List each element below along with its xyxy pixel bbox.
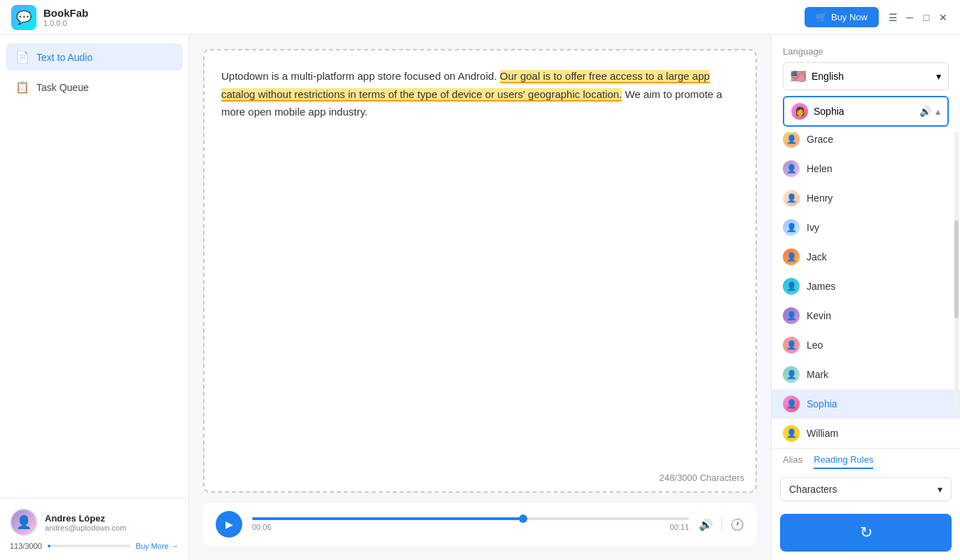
sidebar-item-text-to-audio[interactable]: 📄 Text to Audio <box>6 43 183 71</box>
total-time: 00:11 <box>669 523 689 531</box>
voice-option-william[interactable]: 👤William <box>772 419 960 448</box>
divider <box>721 517 722 531</box>
user-info: 👤 Andres López andres@uptodown.com <box>10 508 179 536</box>
characters-label: Characters <box>789 484 837 495</box>
voice-option-james[interactable]: 👤James <box>772 272 960 301</box>
speaker-icon[interactable]: 🔊 <box>919 106 931 117</box>
text-to-audio-icon: 📄 <box>15 50 29 64</box>
window-controls: ☰ ─ □ ✕ <box>887 12 949 23</box>
right-panel-tabs: Alias Reading Rules <box>772 448 960 472</box>
voice-option-leo[interactable]: 👤Leo <box>772 330 960 360</box>
voice-name-kevin: Kevin <box>807 310 831 321</box>
voice-avatar-mark: 👤 <box>783 366 800 383</box>
content-area: Uptodown is a multi-platform app store f… <box>189 35 771 560</box>
chevron-down-icon: ▾ <box>936 71 941 82</box>
voice-name-grace: Grace <box>807 134 833 145</box>
player-controls-right: 🔊 🕐 <box>699 517 744 531</box>
voice-option-helen[interactable]: 👤Helen <box>772 154 960 183</box>
scrollbar-thumb[interactable] <box>954 220 959 318</box>
voice-avatar-ivy: 👤 <box>783 219 800 236</box>
volume-icon[interactable]: 🔊 <box>699 518 713 531</box>
minimize-button[interactable]: ─ <box>904 12 915 23</box>
voice-dropdown[interactable]: 👤George👤Grace👤Helen👤Henry👤Ivy👤Jack👤James… <box>772 132 960 448</box>
selected-voice-avatar: 👩 <box>791 103 808 120</box>
lang-left: 🇺🇸 English <box>791 69 844 84</box>
title-bar-left: 💬 BookFab 1.0.0.0 <box>11 5 88 30</box>
convert-button[interactable]: ↻ <box>780 514 952 552</box>
characters-dropdown[interactable]: Characters ▾ <box>780 477 952 501</box>
sidebar-item-label-text-to-audio: Text to Audio <box>36 52 92 63</box>
language-select[interactable]: 🇺🇸 English ▾ <box>783 62 949 90</box>
voice-avatar-sophia: 👤 <box>783 396 800 412</box>
sidebar-bottom: 👤 Andres López andres@uptodown.com 113/3… <box>0 498 188 560</box>
user-details: Andres López andres@uptodown.com <box>45 513 179 532</box>
voice-option-sophia[interactable]: 👤Sophia <box>772 389 960 419</box>
voice-avatar-leo: 👤 <box>783 337 800 354</box>
menu-button[interactable]: ☰ <box>887 12 898 23</box>
char-count: 248/3000 Characters <box>660 472 744 483</box>
voice-option-kevin[interactable]: 👤Kevin <box>772 301 960 330</box>
voice-name-henry: Henry <box>807 192 833 204</box>
voice-avatar-jack: 👤 <box>783 248 800 265</box>
avatar: 👤 <box>10 508 38 536</box>
voice-name-james: James <box>807 281 835 292</box>
buy-now-button[interactable]: 🛒 Buy Now <box>805 7 879 27</box>
tab-reading-rules-label: Reading Rules <box>814 454 873 465</box>
buy-now-label: Buy Now <box>831 12 868 22</box>
voice-avatar-william: 👤 <box>783 425 800 442</box>
maximize-button[interactable]: □ <box>921 12 932 23</box>
play-button[interactable]: ▶ <box>216 511 242 538</box>
voice-name-helen: Helen <box>807 163 833 174</box>
title-bar-right: 🛒 Buy Now ☰ ─ □ ✕ <box>805 7 949 27</box>
cart-icon: 🛒 <box>816 12 827 22</box>
text-content: Uptodown is a multi-platform app store f… <box>221 67 739 121</box>
voice-option-ivy[interactable]: 👤Ivy <box>772 213 960 242</box>
voice-avatar-henry: 👤 <box>783 190 800 206</box>
tab-reading-rules[interactable]: Reading Rules <box>814 454 873 469</box>
highlighted-text: Our goal is to offer free access to a la… <box>221 70 710 102</box>
voice-left: 👩 Sophia <box>791 103 844 120</box>
buy-more-link[interactable]: Buy More → <box>136 542 179 550</box>
sidebar: 📄 Text to Audio 📋 Task Queue 👤 Andres Ló… <box>0 35 189 560</box>
right-panel-footer: Characters ▾ <box>772 472 960 508</box>
sidebar-item-task-queue[interactable]: 📋 Task Queue <box>6 74 183 101</box>
voice-avatar-james: 👤 <box>783 278 800 295</box>
user-email: andres@uptodown.com <box>45 524 179 532</box>
voice-option-grace[interactable]: 👤Grace <box>772 132 960 154</box>
language-label: Language <box>783 46 949 57</box>
voice-name-sophia: Sophia <box>807 398 837 410</box>
voice-avatar-grace: 👤 <box>783 132 800 148</box>
selected-voice-name: Sophia <box>814 106 844 117</box>
task-queue-icon: 📋 <box>15 80 29 94</box>
user-name: Andres López <box>45 513 179 524</box>
text-box-container[interactable]: Uptodown is a multi-platform app store f… <box>203 49 757 493</box>
progress-bar-track[interactable] <box>252 517 689 520</box>
voice-name-ivy: Ivy <box>807 222 819 233</box>
sidebar-item-label-task-queue: Task Queue <box>36 82 89 93</box>
voice-name-jack: Jack <box>807 251 827 262</box>
app-title: BookFab <box>43 7 88 19</box>
audio-player: ▶ 00:06 00:11 🔊 🕐 <box>203 503 757 546</box>
scrollbar-track <box>954 132 959 410</box>
progress-thumb <box>519 514 527 523</box>
right-panel-header: Language 🇺🇸 English ▾ 👩 Sophia 🔊 ▴ <box>772 35 960 132</box>
app-title-group: BookFab 1.0.0.0 <box>43 7 88 27</box>
tab-alias-label: Alias <box>783 454 802 465</box>
usage-bar <box>48 545 130 547</box>
tab-alias[interactable]: Alias <box>783 454 802 469</box>
voice-selected-item[interactable]: 👩 Sophia 🔊 ▴ <box>783 96 949 127</box>
chevron-up-icon: ▴ <box>935 106 940 117</box>
flag-icon: 🇺🇸 <box>791 69 806 84</box>
progress-bar-fill <box>252 517 523 520</box>
usage-count: 113/3000 <box>10 542 42 550</box>
usage-fill <box>48 545 50 547</box>
close-button[interactable]: ✕ <box>938 12 949 23</box>
voice-option-jack[interactable]: 👤Jack <box>772 242 960 272</box>
voice-name-william: William <box>807 428 838 439</box>
time-labels: 00:06 00:11 <box>252 523 689 531</box>
voice-option-mark[interactable]: 👤Mark <box>772 360 960 389</box>
language-name: English <box>812 71 844 82</box>
title-bar: 💬 BookFab 1.0.0.0 🛒 Buy Now ☰ ─ □ ✕ <box>0 0 960 35</box>
history-icon[interactable]: 🕐 <box>730 518 744 531</box>
voice-option-henry[interactable]: 👤Henry <box>772 183 960 213</box>
